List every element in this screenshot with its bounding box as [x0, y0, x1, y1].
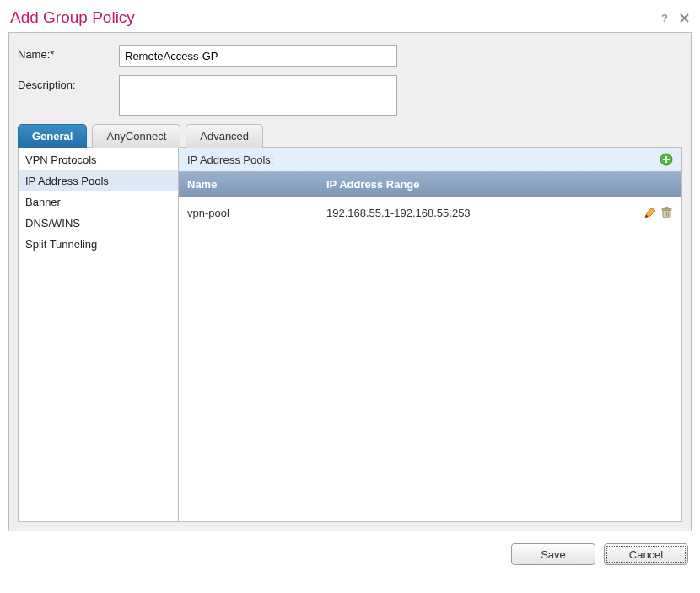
- close-icon[interactable]: [679, 12, 690, 24]
- svg-rect-11: [665, 208, 669, 209]
- left-category-list: VPN Protocols IP Address Pools Banner DN…: [19, 148, 179, 521]
- description-label: Description:: [18, 75, 119, 116]
- description-input[interactable]: [119, 75, 397, 116]
- add-icon[interactable]: [660, 153, 673, 166]
- grid-header: Name IP Address Range: [179, 172, 681, 197]
- detail-heading: IP Address Pools:: [187, 154, 273, 166]
- column-header-range[interactable]: IP Address Range: [318, 172, 614, 197]
- tab-advanced[interactable]: Advanced: [186, 124, 263, 148]
- delete-icon[interactable]: [660, 206, 673, 219]
- dialog-title: Add Group Policy: [10, 8, 135, 27]
- save-button[interactable]: Save: [511, 543, 595, 565]
- pool-name-cell: vpn-pool: [179, 198, 318, 228]
- sidebar-item-split-tunneling[interactable]: Split Tunneling: [19, 234, 178, 255]
- edit-icon[interactable]: [643, 206, 657, 219]
- sidebar-item-ip-address-pools[interactable]: IP Address Pools: [19, 170, 178, 191]
- sidebar-item-dns-wins[interactable]: DNS/WINS: [19, 213, 178, 234]
- help-icon[interactable]: ?: [659, 12, 670, 24]
- sidebar-item-banner[interactable]: Banner: [19, 191, 178, 213]
- tab-general[interactable]: General: [18, 124, 87, 148]
- table-row[interactable]: vpn-pool 192.168.55.1-192.168.55.253: [179, 197, 681, 228]
- name-input[interactable]: [119, 45, 397, 67]
- pool-range-cell: 192.168.55.1-192.168.55.253: [318, 198, 614, 228]
- cancel-button[interactable]: Cancel: [604, 543, 688, 565]
- sidebar-item-vpn-protocols[interactable]: VPN Protocols: [19, 149, 178, 170]
- svg-text:?: ?: [661, 12, 668, 24]
- column-header-name[interactable]: Name: [179, 172, 318, 197]
- name-label: Name:*: [18, 45, 119, 67]
- tab-anyconnect[interactable]: AnyConnect: [92, 124, 180, 148]
